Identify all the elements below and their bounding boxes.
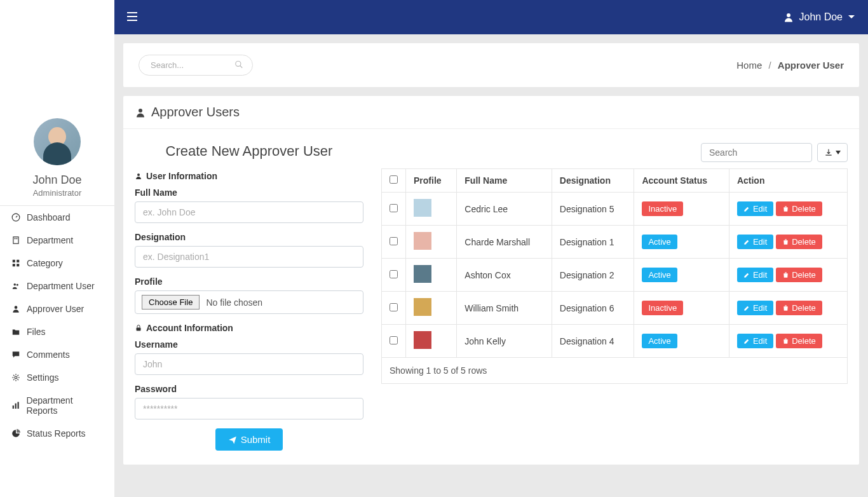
submit-button[interactable]: Submit: [215, 428, 283, 451]
full-name-label: Full Name: [135, 187, 363, 198]
trash-icon: [782, 238, 789, 245]
edit-button[interactable]: Edit: [737, 301, 773, 315]
table-toolbar: [381, 143, 848, 162]
create-form: Create New Approver User User Informatio…: [135, 143, 363, 451]
table-row: William Smith Designation 6 Inactive Edi…: [382, 292, 848, 325]
send-icon: [228, 435, 237, 444]
row-checkbox[interactable]: [390, 204, 398, 212]
edit-button[interactable]: Edit: [737, 235, 773, 249]
delete-button[interactable]: Delete: [776, 301, 822, 315]
delete-button[interactable]: Delete: [776, 201, 822, 216]
pie-chart-icon: [11, 429, 20, 438]
table-row: Cedric Lee Designation 5 Inactive Edit D…: [382, 193, 848, 226]
edit-button[interactable]: Edit: [737, 201, 773, 216]
sidebar-item-label: Department User: [27, 281, 95, 291]
cell-name: Cedric Lee: [457, 193, 552, 226]
svg-point-12: [15, 376, 17, 379]
section-label-text: User Information: [146, 171, 217, 181]
dashboard-icon: [11, 213, 20, 222]
username-field[interactable]: [135, 353, 363, 375]
sidebar-item-department-reports[interactable]: Department Reports: [0, 389, 114, 422]
page-title-text: Approver Users: [151, 105, 240, 119]
section-label-text: Account Information: [146, 323, 233, 333]
sidebar-item-department[interactable]: Department: [0, 229, 114, 252]
submit-label: Submit: [241, 434, 271, 445]
user-icon: [783, 11, 794, 23]
row-checkbox[interactable]: [390, 270, 398, 278]
row-checkbox[interactable]: [390, 303, 398, 311]
building-icon: [11, 236, 20, 245]
edit-button[interactable]: Edit: [737, 334, 773, 348]
sidebar-item-category[interactable]: Category: [0, 252, 114, 275]
svg-rect-8: [17, 264, 19, 266]
sidebar-item-comments[interactable]: Comments: [0, 343, 114, 366]
sidebar-item-department-user[interactable]: Department User: [0, 275, 114, 297]
svg-rect-6: [17, 260, 19, 262]
sidebar-item-label: Files: [27, 327, 46, 337]
pencil-icon: [743, 337, 750, 344]
delete-button[interactable]: Delete: [776, 334, 822, 348]
svg-rect-3: [15, 238, 16, 240]
export-button[interactable]: [817, 143, 848, 162]
svg-point-0: [787, 13, 790, 17]
svg-point-17: [139, 109, 142, 112]
sidebar-item-approver-user[interactable]: Approver User: [0, 297, 114, 320]
status-badge: Active: [642, 235, 677, 249]
user-icon: [135, 107, 146, 118]
cell-designation: Designation 6: [552, 292, 634, 325]
sidebar-item-files[interactable]: Files: [0, 320, 114, 343]
delete-button[interactable]: Delete: [776, 235, 822, 249]
lock-icon: [135, 324, 142, 332]
profile-thumb: [414, 199, 431, 217]
table-row: Charde Marshall Designation 1 Active Edi…: [382, 226, 848, 259]
sidebar-item-label: Settings: [27, 372, 59, 383]
edit-button[interactable]: Edit: [737, 268, 773, 282]
password-field[interactable]: [135, 398, 363, 419]
profile-thumb: [414, 298, 431, 316]
table-section: Profile Full Name Designation Account St…: [381, 143, 848, 451]
breadcrumb-home[interactable]: Home: [736, 60, 762, 71]
sidebar-item-settings[interactable]: Settings: [0, 366, 114, 389]
menu-toggle-icon[interactable]: [127, 11, 137, 24]
avatar: [34, 118, 81, 165]
choose-file-button[interactable]: Choose File: [142, 295, 200, 310]
sidebar: John Doe Administrator Dashboard Departm…: [0, 0, 114, 473]
sidebar-item-label: Category: [27, 258, 63, 268]
sidebar-item-label: Status Reports: [27, 428, 86, 439]
gear-icon: [11, 373, 20, 382]
user-menu[interactable]: John Doe: [783, 11, 856, 23]
sidebar-item-dashboard[interactable]: Dashboard: [0, 206, 114, 229]
search-icon[interactable]: [234, 60, 243, 71]
main: Home / Approver User Approver Users Crea…: [114, 0, 868, 465]
folder-icon: [11, 327, 20, 336]
trash-icon: [782, 304, 789, 311]
full-name-field[interactable]: [135, 201, 363, 223]
svg-rect-7: [13, 264, 15, 266]
row-checkbox[interactable]: [390, 237, 398, 245]
cell-name: William Smith: [457, 292, 552, 325]
select-all-checkbox[interactable]: [390, 175, 398, 184]
comment-icon: [11, 350, 20, 359]
cell-designation: Designation 2: [552, 259, 634, 292]
svg-rect-19: [137, 328, 141, 331]
caret-down-icon: [836, 151, 841, 154]
row-checkbox[interactable]: [390, 336, 398, 344]
nav-list: Dashboard Department Category Department…: [0, 206, 114, 445]
col-designation: Designation: [552, 169, 634, 193]
profile-thumb: [414, 265, 431, 283]
user-name: John Doe: [799, 11, 843, 23]
sidebar-item-status-reports[interactable]: Status Reports: [0, 422, 114, 445]
cell-name: John Kelly: [457, 325, 552, 358]
grid-icon: [11, 259, 20, 268]
page-title: Approver Users: [123, 96, 859, 129]
download-icon: [824, 148, 833, 157]
designation-field[interactable]: [135, 246, 363, 268]
svg-rect-15: [17, 402, 18, 409]
delete-button[interactable]: Delete: [776, 268, 822, 282]
breadcrumb-current: Approver User: [778, 60, 844, 71]
section-account-info: Account Information: [135, 323, 363, 333]
trash-icon: [782, 271, 789, 278]
table-search-input[interactable]: [701, 143, 812, 162]
breadcrumb-separator: /: [768, 60, 771, 71]
svg-point-10: [17, 284, 18, 286]
